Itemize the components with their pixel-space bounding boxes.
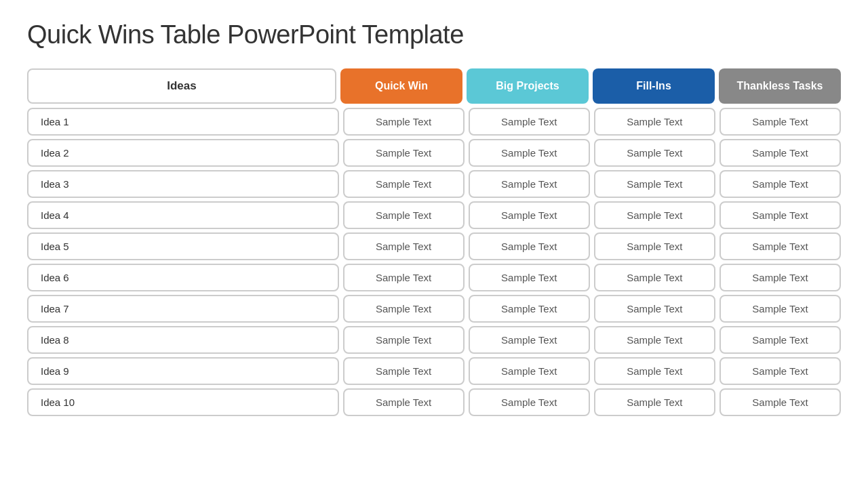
bigprojects-cell-4: Sample Text	[469, 201, 590, 229]
thankless-cell-5: Sample Text	[719, 232, 841, 260]
quickwin-cell-10: Sample Text	[343, 388, 465, 416]
table-row: Idea 9Sample TextSample TextSample TextS…	[27, 357, 841, 385]
bigprojects-cell-5: Sample Text	[469, 232, 590, 260]
table-row: Idea 10Sample TextSample TextSample Text…	[27, 388, 841, 416]
fillins-cell-4: Sample Text	[594, 201, 715, 229]
quickwin-cell-6: Sample Text	[343, 264, 465, 291]
thankless-cell-4: Sample Text	[719, 201, 841, 229]
page-title: Quick Wins Table PowerPoint Template	[27, 20, 841, 49]
idea-cell-8: Idea 8	[27, 326, 339, 354]
bigprojects-cell-10: Sample Text	[469, 388, 590, 416]
idea-cell-4: Idea 4	[27, 201, 339, 229]
idea-cell-10: Idea 10	[27, 388, 339, 416]
table-row: Idea 8Sample TextSample TextSample TextS…	[27, 326, 841, 354]
table-row: Idea 7Sample TextSample TextSample TextS…	[27, 295, 841, 323]
fillins-cell-3: Sample Text	[594, 170, 715, 198]
thankless-cell-8: Sample Text	[719, 326, 841, 354]
header-thankless: Thankless Tasks	[719, 68, 841, 104]
thankless-cell-6: Sample Text	[719, 264, 841, 291]
thankless-cell-9: Sample Text	[719, 357, 841, 385]
idea-cell-1: Idea 1	[27, 108, 339, 136]
fillins-cell-10: Sample Text	[594, 388, 715, 416]
bigprojects-cell-2: Sample Text	[469, 139, 590, 167]
fillins-cell-1: Sample Text	[594, 108, 715, 136]
quickwin-cell-1: Sample Text	[343, 108, 465, 136]
idea-cell-5: Idea 5	[27, 232, 339, 260]
quickwin-cell-3: Sample Text	[343, 170, 465, 198]
bigprojects-cell-6: Sample Text	[469, 264, 590, 291]
fillins-cell-6: Sample Text	[594, 264, 715, 291]
bigprojects-cell-3: Sample Text	[469, 170, 590, 198]
idea-cell-9: Idea 9	[27, 357, 339, 385]
table-row: Idea 5Sample TextSample TextSample TextS…	[27, 232, 841, 260]
bigprojects-cell-9: Sample Text	[469, 357, 590, 385]
bigprojects-cell-7: Sample Text	[469, 295, 590, 323]
thankless-cell-3: Sample Text	[719, 170, 841, 198]
table-body: Idea 1Sample TextSample TextSample TextS…	[27, 108, 841, 416]
idea-cell-6: Idea 6	[27, 264, 339, 291]
fillins-cell-9: Sample Text	[594, 357, 715, 385]
thankless-cell-10: Sample Text	[719, 388, 841, 416]
thankless-cell-2: Sample Text	[719, 139, 841, 167]
quickwin-cell-5: Sample Text	[343, 232, 465, 260]
table-row: Idea 1Sample TextSample TextSample TextS…	[27, 108, 841, 136]
table-row: Idea 4Sample TextSample TextSample TextS…	[27, 201, 841, 229]
fillins-cell-2: Sample Text	[594, 139, 715, 167]
quickwin-cell-9: Sample Text	[343, 357, 465, 385]
idea-cell-3: Idea 3	[27, 170, 339, 198]
header-quickwin: Quick Win	[340, 68, 462, 104]
bigprojects-cell-8: Sample Text	[469, 326, 590, 354]
bigprojects-cell-1: Sample Text	[469, 108, 590, 136]
header-bigprojects: Big Projects	[467, 68, 589, 104]
quickwin-cell-7: Sample Text	[343, 295, 465, 323]
table-row: Idea 3Sample TextSample TextSample TextS…	[27, 170, 841, 198]
header-ideas: Ideas	[27, 68, 336, 104]
table-row: Idea 6Sample TextSample TextSample TextS…	[27, 264, 841, 291]
thankless-cell-7: Sample Text	[719, 295, 841, 323]
quickwin-cell-8: Sample Text	[343, 326, 465, 354]
thankless-cell-1: Sample Text	[719, 108, 841, 136]
table-header: Ideas Quick Win Big Projects Fill-Ins Th…	[27, 68, 841, 104]
main-table: Ideas Quick Win Big Projects Fill-Ins Th…	[27, 68, 841, 416]
quickwin-cell-2: Sample Text	[343, 139, 465, 167]
idea-cell-7: Idea 7	[27, 295, 339, 323]
fillins-cell-8: Sample Text	[594, 326, 715, 354]
idea-cell-2: Idea 2	[27, 139, 339, 167]
quickwin-cell-4: Sample Text	[343, 201, 465, 229]
fillins-cell-7: Sample Text	[594, 295, 715, 323]
header-fillins: Fill-Ins	[593, 68, 715, 104]
fillins-cell-5: Sample Text	[594, 232, 715, 260]
table-row: Idea 2Sample TextSample TextSample TextS…	[27, 139, 841, 167]
